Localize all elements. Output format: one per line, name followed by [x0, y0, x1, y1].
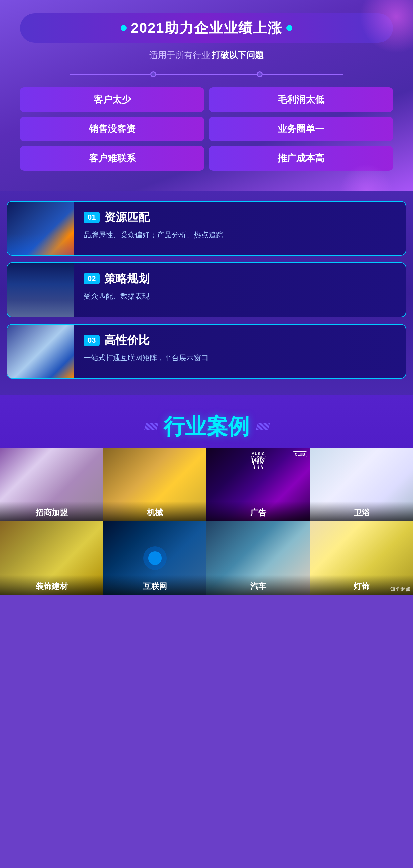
feature-title-row-1: 02 策略规划: [84, 271, 396, 286]
industry-label-ad: 广告: [250, 507, 266, 518]
industry-item-franchise: 招商加盟: [0, 448, 103, 521]
problem-item-5: 推广成本高: [209, 146, 393, 171]
industry-overlay-ad: 广告: [206, 501, 310, 521]
feature-title-row-0: 01 资源匹配: [84, 210, 396, 225]
feature-title-1: 策略规划: [104, 271, 150, 286]
industry-item-bathroom: 卫浴: [310, 448, 413, 521]
industry-lines-left: //////////: [145, 422, 157, 432]
industry-overlay-car: 汽车: [206, 575, 310, 595]
industry-label-lighting: 灯饰: [353, 581, 370, 592]
top-banner: 2021助力企业业绩上涨 适用于所有行业 打破以下问题 客户太少 毛利润太低 销…: [0, 0, 413, 191]
industry-label-car: 汽车: [250, 581, 266, 592]
feature-title-2: 高性价比: [104, 333, 150, 348]
feature-num-2: 03: [84, 335, 100, 346]
industry-item-internet: 互联网: [103, 521, 206, 595]
feature-card-0: 01 资源匹配 品牌属性、受众偏好；产品分析、热点追踪: [7, 201, 406, 256]
feature-card-1: 02 策略规划 受众匹配、数据表现: [7, 262, 406, 317]
feature-desc-0: 品牌属性、受众偏好；产品分析、热点追踪: [84, 229, 396, 241]
title-pill: 2021助力企业业绩上涨: [20, 13, 393, 43]
industry-overlay-machinery: 机械: [103, 501, 206, 521]
feature-card-2: 03 高性价比 一站式打通互联网矩阵，平台展示窗口: [7, 324, 406, 379]
feature-num-0: 01: [84, 212, 100, 223]
problem-item-3: 业务圈单一: [209, 117, 393, 142]
club-text: CLUB: [293, 451, 307, 457]
industry-label-bathroom: 卫浴: [353, 507, 370, 518]
problem-item-4: 客户难联系: [20, 146, 204, 171]
feature-title-0: 资源匹配: [104, 210, 150, 225]
feature-img-1: [7, 263, 74, 316]
industry-item-ad: MUSIC party ✦ ✦ ✦ CLUB 广告: [206, 448, 310, 521]
industry-label-decor: 装饰建材: [36, 581, 68, 592]
industry-header: ////////// 行业案例 //////////: [0, 402, 413, 448]
watermark: 知乎·起点: [390, 586, 410, 592]
connector-dot-right: [257, 71, 263, 77]
industry-section: ////////// 行业案例 ////////// 招商加盟 机械 MUSIC…: [0, 395, 413, 595]
problem-item-1: 毛利润太低: [209, 87, 393, 112]
feature-desc-2: 一站式打通互联网矩阵，平台展示窗口: [84, 352, 396, 364]
problem-item-2: 销售没客资: [20, 117, 204, 142]
internet-circle: [144, 547, 167, 570]
banner-title: 2021助力企业业绩上涨: [131, 19, 282, 37]
subtitle-normal: 适用于所有行业: [149, 50, 210, 60]
industry-grid-row1: 招商加盟 机械 MUSIC party ✦ ✦ ✦ CLUB 广告: [0, 448, 413, 521]
industry-label-franchise: 招商加盟: [36, 507, 68, 518]
ad-text: MUSIC party ✦ ✦ ✦: [251, 451, 265, 469]
industry-grid-row2: 装饰建材 互联网 汽车 灯饰 知乎·起点: [0, 521, 413, 595]
features-section: 01 资源匹配 品牌属性、受众偏好；产品分析、热点追踪 02 策略规划 受众匹配…: [0, 191, 413, 395]
connector-row: [20, 71, 393, 77]
connector-line-mid: [156, 74, 257, 74]
dot-right: [286, 25, 292, 31]
feature-title-row-2: 03 高性价比: [84, 333, 396, 348]
industry-overlay-internet: 互联网: [103, 575, 206, 595]
connector-dot-left: [150, 71, 156, 77]
connector-line-left: [70, 74, 150, 74]
feature-img-0: [7, 202, 74, 255]
feature-body-2: 03 高性价比 一站式打通互联网矩阵，平台展示窗口: [74, 324, 406, 378]
industry-overlay-franchise: 招商加盟: [0, 501, 103, 521]
industry-overlay-decor: 装饰建材: [0, 575, 103, 595]
feature-desc-1: 受众匹配、数据表现: [84, 290, 396, 302]
dot-left: [121, 25, 127, 31]
problems-grid: 客户太少 毛利润太低 销售没客资 业务圈单一 客户难联系 推广成本高: [20, 87, 393, 171]
industry-item-machinery: 机械: [103, 448, 206, 521]
problem-item-0: 客户太少: [20, 87, 204, 112]
subtitle-row: 适用于所有行业 打破以下问题: [20, 50, 393, 61]
feature-img-2: [7, 324, 74, 378]
industry-lines-right: //////////: [256, 422, 268, 432]
connector-line-right: [263, 74, 343, 74]
industry-item-decor: 装饰建材: [0, 521, 103, 595]
industry-item-lighting: 灯饰 知乎·起点: [310, 521, 413, 595]
industry-item-car: 汽车: [206, 521, 310, 595]
internet-inner: [148, 552, 162, 565]
feature-body-1: 02 策略规划 受众匹配、数据表现: [74, 263, 406, 316]
industry-label-machinery: 机械: [147, 507, 163, 518]
feature-body-0: 01 资源匹配 品牌属性、受众偏好；产品分析、热点追踪: [74, 202, 406, 255]
feature-num-1: 02: [84, 273, 100, 284]
industry-label-internet: 互联网: [143, 581, 167, 592]
subtitle-bold: 打破以下问题: [212, 50, 264, 60]
industry-overlay-bathroom: 卫浴: [310, 501, 413, 521]
industry-title: 行业案例: [164, 412, 249, 441]
